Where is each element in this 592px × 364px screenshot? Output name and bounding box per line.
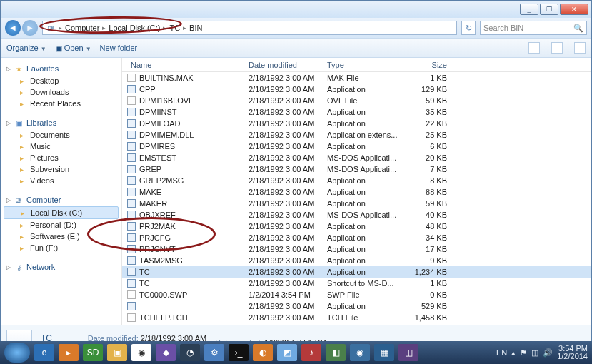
taskbar-app3-icon[interactable]: ⚙: [204, 344, 224, 361]
file-row[interactable]: PRJCNVT2/18/1992 3:00 AMApplication17 KB: [122, 243, 591, 255]
taskbar-firefox-icon[interactable]: ◐: [253, 344, 273, 361]
file-row[interactable]: BUILTINS.MAK2/18/1992 3:00 AMMAK File1 K…: [122, 72, 591, 84]
command-bar: Organize ▼ ▣ Open ▼ New folder: [1, 38, 591, 58]
maximize-button[interactable]: ❐: [540, 4, 558, 15]
taskbar-chrome-icon[interactable]: ◉: [131, 344, 151, 361]
taskbar-app7-icon[interactable]: ◉: [350, 344, 370, 361]
file-row[interactable]: TC2/18/1992 3:00 AMApplication1,234 KB: [122, 266, 591, 278]
taskbar-explorer-icon[interactable]: ▣: [107, 344, 127, 361]
file-icon: [126, 290, 136, 300]
tray-lang[interactable]: EN: [496, 348, 507, 357]
nav-item[interactable]: ▸Recent Places: [4, 98, 119, 109]
search-input[interactable]: Search BIN 🔍: [480, 21, 587, 35]
col-name[interactable]: Name: [126, 61, 244, 69]
nav-item[interactable]: ▸Music: [4, 141, 119, 152]
network-header[interactable]: ▷⚷Network: [4, 261, 119, 273]
nav-item[interactable]: ▸Local Disk (C:): [4, 206, 119, 219]
taskbar-app6-icon[interactable]: ◧: [326, 344, 346, 361]
file-row[interactable]: GREP2/18/1992 3:00 AMMS-DOS Applicati...…: [122, 163, 591, 175]
libraries-icon: ▣: [14, 118, 24, 128]
file-row[interactable]: DPMIINST2/18/1992 3:00 AMApplication35 K…: [122, 106, 591, 118]
file-row[interactable]: CPP2/18/1992 3:00 AMApplication129 KB: [122, 84, 591, 95]
app-icon: [126, 141, 136, 151]
file-row[interactable]: MAKER2/18/1992 3:00 AMApplication59 KB: [122, 198, 591, 209]
open-button[interactable]: ▣ Open ▼: [55, 44, 91, 53]
start-button[interactable]: [4, 343, 30, 363]
file-row[interactable]: DPMI16BI.OVL2/18/1992 3:00 AMOVL File59 …: [122, 95, 591, 106]
back-button[interactable]: ◄: [5, 20, 21, 36]
crumb-bin[interactable]: BIN: [189, 24, 202, 32]
titlebar: _ ❐ ✕: [1, 1, 591, 18]
nav-item[interactable]: ▸Videos: [4, 175, 119, 186]
nav-item[interactable]: ▸Subversion: [4, 163, 119, 175]
taskbar-app9-icon[interactable]: ◫: [398, 344, 418, 361]
taskbar-app2-icon[interactable]: ◔: [180, 344, 200, 361]
crumb-tc[interactable]: TC: [169, 24, 180, 32]
nav-item[interactable]: ▸Documents: [4, 129, 119, 141]
computer-header[interactable]: ▷🖳Computer: [4, 193, 119, 206]
refresh-button[interactable]: ↻: [461, 21, 476, 35]
file-row[interactable]: PRJCFG2/18/1992 3:00 AMApplication34 KB: [122, 232, 591, 243]
file-row[interactable]: DPMILOAD2/18/1992 3:00 AMApplication22 K…: [122, 118, 591, 129]
tray-up-icon[interactable]: ▴: [511, 348, 516, 358]
taskbar-media-icon[interactable]: ▸: [59, 344, 79, 361]
forward-button[interactable]: ►: [22, 20, 38, 36]
help-button[interactable]: [574, 42, 586, 54]
preview-pane-button[interactable]: [551, 42, 563, 54]
taskbar-app5-icon[interactable]: ♪: [301, 344, 321, 361]
minimize-button[interactable]: _: [520, 4, 538, 15]
file-row[interactable]: TCHELP.TCH2/18/1992 3:00 AMTCH File1,458…: [122, 312, 591, 323]
col-size[interactable]: Size: [408, 61, 451, 69]
nav-item[interactable]: ▸Desktop: [4, 75, 119, 86]
explorer-window: _ ❐ ✕ ◄ ► 🖳 ▸ Computer ▸ Local Disk (C:)…: [0, 0, 592, 341]
folder-icon: ▸: [16, 141, 26, 151]
close-button[interactable]: ✕: [560, 4, 588, 15]
file-row[interactable]: 2/18/1992 3:00 AMApplication529 KB: [122, 300, 591, 312]
file-row[interactable]: PRJ2MAK2/18/1992 3:00 AMApplication48 KB: [122, 221, 591, 232]
nav-item[interactable]: ▸Softwares (E:): [4, 231, 119, 242]
nav-item[interactable]: ▸Downloads: [4, 86, 119, 98]
file-rows[interactable]: BUILTINS.MAK2/18/1992 3:00 AMMAK File1 K…: [122, 72, 591, 325]
favorites-header[interactable]: ▷★Favorites: [4, 62, 119, 75]
crumb-computer[interactable]: Computer: [65, 24, 99, 32]
col-type[interactable]: Type: [323, 61, 408, 69]
file-row[interactable]: EMSTEST2/18/1992 3:00 AMMS-DOS Applicati…: [122, 152, 591, 163]
folder-icon: ▸: [16, 130, 26, 140]
taskbar-app1-icon[interactable]: ◆: [156, 344, 176, 361]
file-row[interactable]: OBJXREF2/18/1992 3:00 AMMS-DOS Applicati…: [122, 209, 591, 221]
file-row[interactable]: MAKE2/18/1992 3:00 AMApplication88 KB: [122, 186, 591, 198]
file-row[interactable]: TDUMP2/18/1992 3:00 AMApplication95 KB: [122, 323, 591, 325]
crumb-localdisk[interactable]: Local Disk (C:): [109, 24, 160, 32]
tray-flag-icon[interactable]: ⚑: [520, 348, 527, 358]
nav-item[interactable]: ▸Fun (F:): [4, 242, 119, 253]
taskbar-app4-icon[interactable]: ◩: [277, 344, 297, 361]
col-date[interactable]: Date modified: [244, 61, 323, 69]
libraries-header[interactable]: ▷▣Libraries: [4, 116, 119, 129]
file-row[interactable]: DPMIRES2/18/1992 3:00 AMApplication6 KB: [122, 141, 591, 152]
file-row[interactable]: GREP2MSG2/18/1992 3:00 AMApplication8 KB: [122, 175, 591, 186]
file-row[interactable]: DPMIMEM.DLL2/18/1992 3:00 AMApplication …: [122, 129, 591, 141]
taskbar-app8-icon[interactable]: ▦: [374, 344, 394, 361]
folder-icon: ▸: [16, 87, 26, 97]
computer-icon: 🖳: [14, 195, 24, 205]
file-row[interactable]: TC2/18/1992 3:00 AMShortcut to MS-D...1 …: [122, 278, 591, 289]
newfolder-button[interactable]: New folder: [100, 44, 138, 52]
breadcrumb[interactable]: 🖳 ▸ Computer ▸ Local Disk (C:) ▸ TC ▸ BI…: [42, 21, 457, 35]
taskbar-sd-icon[interactable]: SD: [83, 344, 103, 361]
computer-icon: 🖳: [46, 23, 56, 33]
app-icon: [126, 198, 136, 208]
nav-item[interactable]: ▸Pictures: [4, 152, 119, 163]
system-tray[interactable]: EN ▴ ⚑ ◫ 🔊 3:54 PM 1/2/2014: [496, 345, 588, 360]
tray-volume-icon[interactable]: 🔊: [543, 348, 553, 358]
navigation-pane: ▷★Favorites ▸Desktop▸Downloads▸Recent Pl…: [1, 58, 122, 325]
nav-item[interactable]: ▸Personal (D:): [4, 219, 119, 231]
taskbar-cmd-icon[interactable]: ›_: [229, 344, 249, 361]
taskbar-ie-icon[interactable]: e: [34, 344, 54, 361]
tray-network-icon[interactable]: ◫: [531, 348, 538, 358]
tray-clock[interactable]: 3:54 PM 1/2/2014: [557, 345, 588, 360]
organize-button[interactable]: Organize ▼: [6, 44, 46, 52]
view-options-button[interactable]: [528, 42, 540, 54]
file-row[interactable]: TC0000.SWP1/2/2014 3:54 PMSWP File0 KB: [122, 289, 591, 300]
app-icon: [126, 233, 136, 243]
file-row[interactable]: TASM2MSG2/18/1992 3:00 AMApplication9 KB: [122, 255, 591, 266]
